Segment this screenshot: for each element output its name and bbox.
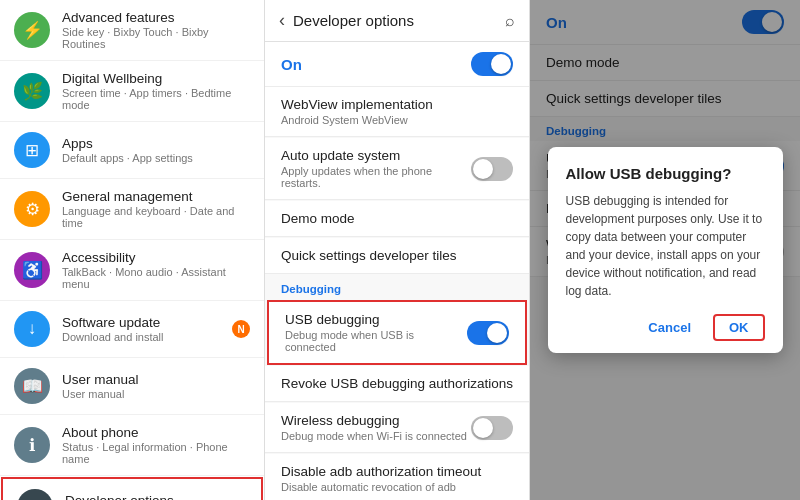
general-title: General management [62, 189, 250, 204]
quick-settings-item[interactable]: Quick settings developer tiles [265, 238, 529, 274]
auto-update-toggle[interactable] [471, 157, 513, 181]
toggle-knob [473, 159, 493, 179]
wireless-debugging-title: Wireless debugging [281, 413, 467, 428]
toggle-knob [491, 54, 511, 74]
auto-update-subtitle: Apply updates when the phone restarts. [281, 165, 471, 189]
developer-icon: { } [17, 489, 53, 500]
user-manual-icon: 📖 [14, 368, 50, 404]
dialog-buttons: Cancel OK [566, 314, 765, 341]
sidebar-item-developer[interactable]: { }Developer optionsDeveloper options [1, 477, 263, 500]
auto-update-item[interactable]: Auto update system Apply updates when th… [265, 138, 529, 200]
sidebar-item-general[interactable]: ⚙General managementLanguage and keyboard… [0, 179, 264, 240]
dialog-body: USB debugging is intended for developmen… [566, 192, 765, 300]
toggle-knob [473, 418, 493, 438]
dialog-overlay: Allow USB debugging? USB debugging is in… [530, 0, 800, 500]
revoke-usb-item[interactable]: Revoke USB debugging authorizations [265, 366, 529, 402]
usb-debugging-item[interactable]: USB debugging Debug mode when USB is con… [267, 300, 527, 365]
developer-title: Developer options [65, 493, 174, 500]
usb-debugging-toggle[interactable] [467, 321, 509, 345]
about-subtitle: Status · Legal information · Phone name [62, 441, 250, 465]
wireless-debugging-subtitle: Debug mode when Wi-Fi is connected [281, 430, 467, 442]
toggle-knob [487, 323, 507, 343]
apps-subtitle: Default apps · App settings [62, 152, 193, 164]
advanced-subtitle: Side key · Bixby Touch · Bixby Routines [62, 26, 250, 50]
apps-title: Apps [62, 136, 193, 151]
webview-subtitle: Android System WebView [281, 114, 513, 126]
sidebar-item-accessibility[interactable]: ♿AccessibilityTalkBack · Mono audio · As… [0, 240, 264, 301]
right-panel: On Demo mode Quick settings developer ti… [530, 0, 800, 500]
accessibility-title: Accessibility [62, 250, 250, 265]
on-label: On [281, 56, 302, 73]
sidebar-item-digital-wellbeing[interactable]: 🌿Digital WellbeingScreen time · App time… [0, 61, 264, 122]
webview-item[interactable]: WebView implementation Android System We… [265, 87, 529, 137]
accessibility-icon: ♿ [14, 252, 50, 288]
ok-button[interactable]: OK [713, 314, 765, 341]
usb-debug-dialog: Allow USB debugging? USB debugging is in… [548, 147, 783, 353]
disable-adb-subtitle: Disable automatic revocation of adb [281, 481, 513, 493]
auto-update-title: Auto update system [281, 148, 471, 163]
sidebar-item-user-manual[interactable]: 📖User manualUser manual [0, 358, 264, 415]
digital-wellbeing-subtitle: Screen time · App timers · Bedtime mode [62, 87, 250, 111]
dialog-title: Allow USB debugging? [566, 165, 765, 182]
developer-options-panel: ‹ Developer options ⌕ On WebView impleme… [265, 0, 530, 500]
usb-debugging-subtitle: Debug mode when USB is connected [285, 329, 467, 353]
developer-on-row[interactable]: On [265, 42, 529, 87]
advanced-icon: ⚡ [14, 12, 50, 48]
software-badge: N [232, 320, 250, 338]
sidebar-item-about[interactable]: ℹAbout phoneStatus · Legal information ·… [0, 415, 264, 476]
wireless-debugging-item[interactable]: Wireless debugging Debug mode when Wi-Fi… [265, 403, 529, 453]
disable-adb-title: Disable adb authorization timeout [281, 464, 513, 479]
digital-wellbeing-icon: 🌿 [14, 73, 50, 109]
panel-title: Developer options [293, 12, 505, 29]
webview-title: WebView implementation [281, 97, 513, 112]
disable-adb-item[interactable]: Disable adb authorization timeout Disabl… [265, 454, 529, 500]
usb-debugging-title: USB debugging [285, 312, 467, 327]
revoke-usb-title: Revoke USB debugging authorizations [281, 376, 513, 391]
search-icon[interactable]: ⌕ [505, 12, 515, 30]
general-subtitle: Language and keyboard · Date and time [62, 205, 250, 229]
advanced-title: Advanced features [62, 10, 250, 25]
cancel-button[interactable]: Cancel [638, 314, 701, 341]
settings-list-panel: ⚡Advanced featuresSide key · Bixby Touch… [0, 0, 265, 500]
demo-mode-item[interactable]: Demo mode [265, 201, 529, 237]
developer-toggle[interactable] [471, 52, 513, 76]
debugging-section-label: Debugging [265, 275, 529, 299]
software-icon: ↓ [14, 311, 50, 347]
accessibility-subtitle: TalkBack · Mono audio · Assistant menu [62, 266, 250, 290]
user-manual-title: User manual [62, 372, 139, 387]
demo-mode-title: Demo mode [281, 211, 513, 226]
about-title: About phone [62, 425, 250, 440]
sidebar-item-advanced[interactable]: ⚡Advanced featuresSide key · Bixby Touch… [0, 0, 264, 61]
quick-settings-title: Quick settings developer tiles [281, 248, 513, 263]
sidebar-item-software[interactable]: ↓Software updateDownload and installN [0, 301, 264, 358]
panel-header: ‹ Developer options ⌕ [265, 0, 529, 42]
software-subtitle: Download and install [62, 331, 164, 343]
digital-wellbeing-title: Digital Wellbeing [62, 71, 250, 86]
back-button[interactable]: ‹ [279, 10, 285, 31]
apps-icon: ⊞ [14, 132, 50, 168]
wireless-debugging-toggle[interactable] [471, 416, 513, 440]
about-icon: ℹ [14, 427, 50, 463]
sidebar-item-apps[interactable]: ⊞AppsDefault apps · App settings [0, 122, 264, 179]
user-manual-subtitle: User manual [62, 388, 139, 400]
general-icon: ⚙ [14, 191, 50, 227]
software-title: Software update [62, 315, 164, 330]
